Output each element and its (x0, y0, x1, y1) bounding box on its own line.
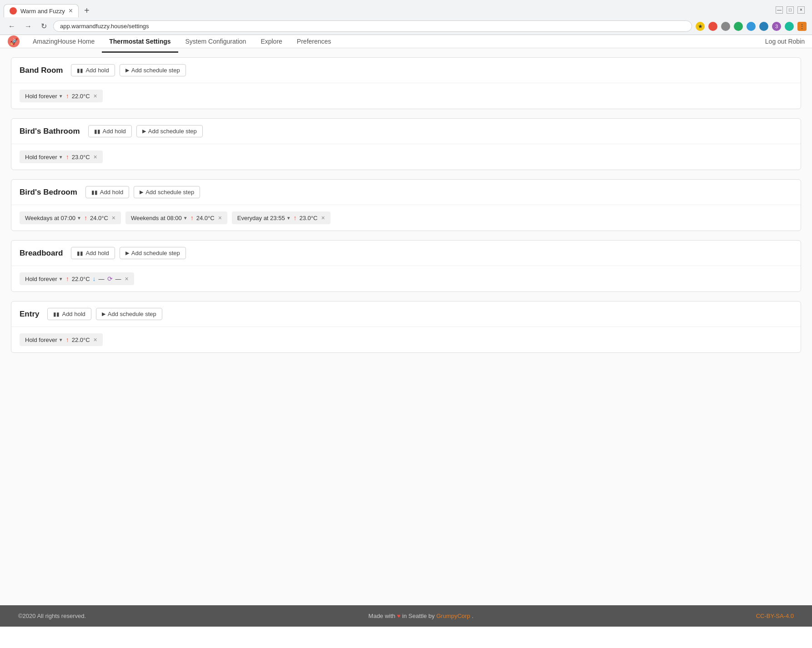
schedule-chip-birds-bathroom-0: Hold forever ▼↑23.0°C× (20, 151, 103, 163)
extension-icon-5[interactable] (759, 22, 768, 31)
pause-icon: ▮▮ (77, 250, 83, 256)
play-icon: ▶ (140, 189, 143, 195)
add-schedule-button-breadboard[interactable]: ▶Add schedule step (120, 247, 186, 259)
maximize-button[interactable]: □ (787, 6, 794, 14)
minimize-button[interactable]: — (776, 6, 783, 14)
thermostat-body-band-room: Hold forever ▼↑22.0°C× (11, 83, 801, 109)
chip-close-birds-bathroom-0[interactable]: × (94, 153, 97, 161)
schedule-chip-birds-bedroom-2: Everyday at 23:55 ▼↑23.0°C× (232, 211, 331, 224)
browser-icons: ★ 3 ⋮ (696, 22, 807, 31)
copyright: ©2020 All rights reserved. (18, 613, 86, 619)
chevron-down-icon: ▼ (59, 94, 63, 99)
chip-close-band-room-0[interactable]: × (94, 92, 97, 100)
play-icon: ▶ (142, 128, 146, 134)
heat-temp-birds-bedroom-1: 24.0°C (196, 215, 215, 221)
nav-link-system-configuration[interactable]: System Configuration (178, 31, 254, 53)
chip-close-birds-bedroom-2[interactable]: × (321, 214, 325, 221)
tab-close-button[interactable]: × (69, 7, 73, 15)
add-hold-button-entry[interactable]: ▮▮Add hold (47, 308, 91, 320)
heat-temp-band-room-0: 22.0°C (72, 93, 90, 100)
thermostat-card-entry: Entry▮▮Add hold▶Add schedule stepHold fo… (11, 301, 801, 353)
forward-button[interactable]: → (22, 21, 35, 31)
address-input[interactable] (53, 20, 692, 32)
extension-icon-3[interactable] (734, 22, 743, 31)
thermostat-card-birds-bathroom: Bird's Bathroom▮▮Add hold▶Add schedule s… (11, 118, 801, 170)
profile-icon[interactable] (785, 22, 794, 31)
chevron-down-icon: ▼ (59, 276, 63, 281)
add-hold-button-birds-bedroom[interactable]: ▮▮Add hold (85, 186, 129, 198)
thermostat-body-breadboard: Hold forever ▼↑22.0°C↓—⟳—× (11, 266, 801, 291)
schedule-chip-band-room-0: Hold forever ▼↑22.0°C× (20, 90, 103, 102)
menu-icon[interactable]: ⋮ (797, 22, 807, 31)
tab-favicon (10, 7, 17, 15)
cool-temp-breadboard-0: — (99, 276, 105, 282)
chip-label-breadboard-0[interactable]: Hold forever ▼ (25, 276, 63, 282)
schedule-chip-entry-0: Hold forever ▼↑22.0°C× (20, 333, 103, 346)
thermostat-body-birds-bathroom: Hold forever ▼↑23.0°C× (11, 144, 801, 170)
thermostat-header-birds-bathroom: Bird's Bathroom▮▮Add hold▶Add schedule s… (11, 119, 801, 144)
heat-temp-breadboard-0: 22.0°C (72, 276, 90, 282)
close-button[interactable]: × (797, 6, 805, 14)
thermostat-body-entry: Hold forever ▼↑22.0°C× (11, 327, 801, 352)
footer: ©2020 All rights reserved. Made with ♥ i… (0, 605, 812, 627)
thermostat-name-band-room: Band Room (20, 66, 63, 75)
star-icon[interactable]: ★ (696, 22, 705, 31)
thermostat-body-birds-bedroom: Weekdays at 07:00 ▼↑24.0°C×Weekends at 0… (11, 205, 801, 231)
chevron-down-icon: ▼ (59, 337, 63, 342)
chip-label-birds-bedroom-0[interactable]: Weekdays at 07:00 ▼ (25, 215, 81, 221)
add-schedule-button-birds-bathroom[interactable]: ▶Add schedule step (136, 125, 203, 137)
chevron-down-icon: ▼ (59, 155, 63, 160)
chip-label-birds-bedroom-1[interactable]: Weekends at 08:00 ▼ (131, 215, 188, 221)
add-hold-button-band-room[interactable]: ▮▮Add hold (71, 64, 115, 76)
play-icon: ▶ (102, 311, 105, 317)
add-hold-button-breadboard[interactable]: ▮▮Add hold (71, 247, 115, 259)
chip-close-breadboard-0[interactable]: × (125, 275, 129, 282)
heat-icon-breadboard-0: ↑ (66, 275, 69, 282)
company-link[interactable]: GrumpyCorp (436, 613, 470, 619)
thermostat-name-birds-bathroom: Bird's Bathroom (20, 127, 80, 136)
chip-close-birds-bedroom-1[interactable]: × (218, 214, 222, 221)
main-nav: AmazingHouse HomeThermostat SettingsSyst… (25, 38, 338, 45)
nav-link-preferences[interactable]: Preferences (290, 31, 338, 53)
chip-label-birds-bathroom-0[interactable]: Hold forever ▼ (25, 154, 63, 161)
heat-icon-band-room-0: ↑ (66, 92, 69, 100)
add-schedule-button-entry[interactable]: ▶Add schedule step (96, 308, 162, 320)
back-button[interactable]: ← (5, 21, 18, 31)
extension-icon-2[interactable] (721, 22, 730, 31)
thermostat-header-birds-bedroom: Bird's Bedroom▮▮Add hold▶Add schedule st… (11, 180, 801, 205)
reload-button[interactable]: ↻ (38, 21, 50, 31)
extension-icon-6[interactable]: 3 (772, 22, 781, 31)
thermostat-card-birds-bedroom: Bird's Bedroom▮▮Add hold▶Add schedule st… (11, 179, 801, 231)
chip-label-birds-bedroom-2[interactable]: Everyday at 23:55 ▼ (237, 215, 291, 221)
heat-icon-birds-bedroom-0: ↑ (84, 214, 87, 221)
tab-bar: Warm and Fuzzy × + — □ × (0, 0, 812, 18)
schedule-chip-birds-bedroom-1: Weekends at 08:00 ▼↑24.0°C× (125, 211, 227, 224)
chip-close-entry-0[interactable]: × (94, 336, 97, 343)
chip-label-entry-0[interactable]: Hold forever ▼ (25, 337, 63, 343)
chevron-down-icon: ▼ (77, 216, 81, 221)
nav-link-amazing-home[interactable]: AmazingHouse Home (25, 31, 102, 53)
logout-button[interactable]: Log out Robin (765, 38, 805, 45)
add-schedule-button-band-room[interactable]: ▶Add schedule step (120, 64, 186, 76)
add-schedule-button-birds-bedroom[interactable]: ▶Add schedule step (134, 186, 200, 198)
add-hold-button-birds-bathroom[interactable]: ▮▮Add hold (88, 125, 132, 137)
browser-tab[interactable]: Warm and Fuzzy × (4, 4, 79, 17)
thermostat-card-band-room: Band Room▮▮Add hold▶Add schedule stepHol… (11, 57, 801, 109)
new-tab-button[interactable]: + (80, 4, 93, 18)
heat-icon-birds-bathroom-0: ↑ (66, 153, 69, 161)
license-link[interactable]: CC-BY-SA-4.0 (756, 613, 794, 619)
browser-chrome: Warm and Fuzzy × + — □ × ← → ↻ ★ 3 ⋮ (0, 0, 812, 35)
heat-temp-entry-0: 22.0°C (72, 337, 90, 343)
nav-link-explore[interactable]: Explore (253, 31, 289, 53)
extension-icon-1[interactable] (708, 22, 717, 31)
nav-link-thermostat-settings[interactable]: Thermostat Settings (102, 31, 178, 53)
chevron-down-icon: ▼ (286, 216, 291, 221)
tab-title: Warm and Fuzzy (20, 8, 65, 15)
extension-icon-4[interactable] (747, 22, 756, 31)
app-nav: 🚀 AmazingHouse HomeThermostat SettingsSy… (0, 35, 812, 48)
chip-label-band-room-0[interactable]: Hold forever ▼ (25, 93, 63, 100)
chip-close-birds-bedroom-0[interactable]: × (112, 214, 115, 221)
play-icon: ▶ (125, 250, 129, 256)
thermostat-name-entry: Entry (20, 310, 39, 319)
thermostat-name-breadboard: Breadboard (20, 249, 63, 258)
